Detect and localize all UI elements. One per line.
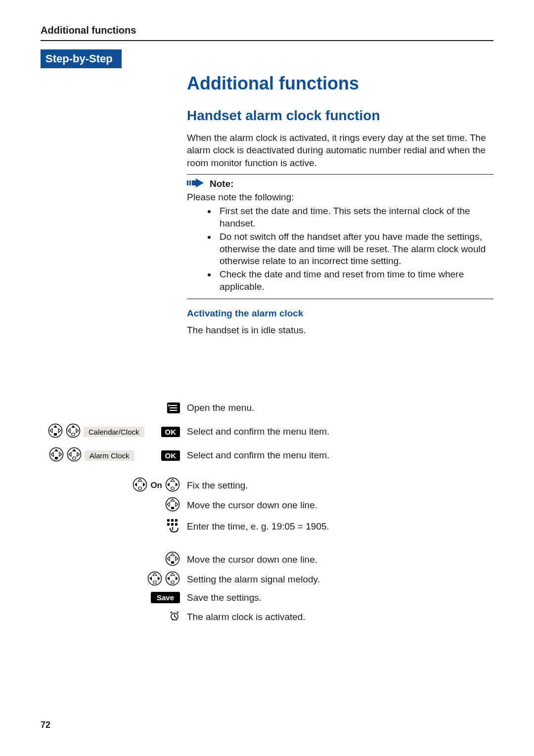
nav-down-icon [49,447,64,464]
step-row-melody: Setting the alarm signal melody. [41,571,493,588]
step-row-alarm: Alarm Clock OK Select and confirm the me… [41,447,493,464]
page: Additional functions Step-by-Step Additi… [0,0,534,756]
page-title: Additional functions [187,73,493,94]
note-item: Do not switch off the handset after you … [217,231,493,267]
step-row-activated: The alarm clock is activated. [41,611,493,623]
content-column: Additional functions Handset alarm clock… [187,73,493,342]
menu-icon [167,402,180,413]
menu-item-alarm: Alarm Clock [85,450,134,461]
step-text: Fix the setting. [187,480,493,491]
nav-down-icon [48,423,63,440]
intro-paragraph: When the alarm clock is activated, it ri… [187,132,493,169]
step-row-calendar: Calendar/Clock OK Select and confirm the… [41,423,493,440]
ok-softkey: OK [161,450,180,461]
step-text: Move the cursor down one line. [187,500,493,511]
note-lead: Please note the following: [187,191,493,204]
step-text: Setting the alarm signal melody. [187,574,493,585]
step-row-enter-time: Enter the time, e. g. 19:05 = 1905. [41,518,493,535]
step-row-cursor1: Move the cursor down one line. [41,497,493,514]
subsection-title: Activating the alarm clock [187,308,493,319]
step-text: Open the menu. [187,402,493,413]
section-title: Handset alarm clock function [187,108,493,124]
note-item: Check the date and time and reset from t… [217,268,493,293]
keypad-icon [165,518,180,535]
note-item: First set the date and time. This sets t… [217,205,493,229]
page-number: 72 [41,720,50,730]
nav-side-icon [165,477,180,494]
step-row-save: Save Save the settings. [41,592,493,603]
step-row-fix: On Fix the setting. [41,477,493,494]
nav-side-icon [147,571,162,588]
nav-side-icon [133,477,147,494]
menu-item-calendar: Calendar/Clock [84,427,144,437]
step-text: Select and confirm the menu item. [187,426,493,437]
step-text: Move the cursor down one line. [187,554,493,565]
step-row-cursor2: Move the cursor down one line. [41,551,493,568]
nav-up-icon [67,447,82,464]
alarm-clock-icon [169,611,180,623]
step-text: Enter the time, e. g. 19:05 = 1905. [187,521,493,532]
nav-down-icon [165,551,180,568]
nav-side-icon [165,571,180,588]
on-label: On [150,481,162,490]
step-row-open-menu: Open the menu. [41,402,493,413]
ok-softkey: OK [161,427,180,437]
note-label: Note: [210,178,234,189]
step-by-step-tag: Step-by-Step [41,49,122,68]
step-text: The alarm clock is activated. [187,612,493,623]
nav-up-icon [66,423,81,440]
nav-down-icon [165,497,180,514]
step-text: Save the settings. [187,592,493,603]
idle-status-text: The handset is in idle status. [187,324,493,336]
step-text: Select and confirm the menu item. [187,450,493,461]
running-head: Additional functions [41,25,493,41]
note-arrow-icon [187,178,205,189]
save-softkey: Save [151,592,180,603]
note-list: First set the date and time. This sets t… [187,205,493,293]
note-box: Note: Please note the following: First s… [187,174,493,300]
